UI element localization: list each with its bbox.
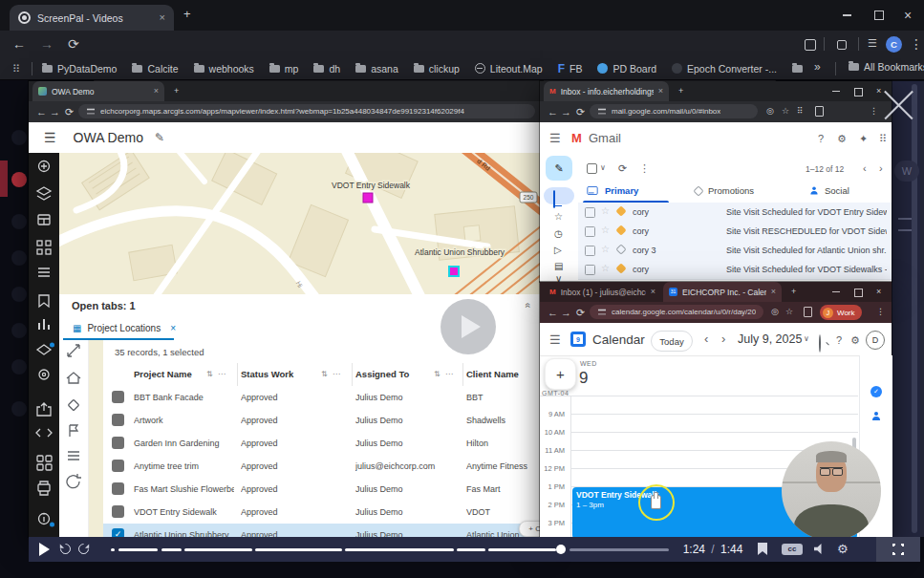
- bookmark-tm[interactable]: tm: [792, 63, 806, 75]
- sort-icon[interactable]: ⇅: [321, 370, 328, 378]
- new-tab-button[interactable]: +: [183, 8, 191, 20]
- date-label[interactable]: July 9, 2025: [738, 332, 802, 346]
- window-maximize-button[interactable]: [854, 289, 863, 297]
- tab-close-icon[interactable]: ×: [651, 288, 655, 296]
- window-minimize-button[interactable]: [843, 14, 851, 16]
- email-star-icon[interactable]: ☆: [601, 244, 610, 254]
- menu-icon[interactable]: ☰: [549, 132, 561, 144]
- bookmark-liteout-map[interactable]: Liteout.Map: [475, 63, 543, 75]
- progress-remaining[interactable]: [569, 548, 669, 551]
- email-checkbox[interactable]: [585, 246, 595, 256]
- tasks-icon[interactable]: ✓: [870, 386, 882, 397]
- email-row[interactable]: ☆ cory 3 Site Visit Scheduled for Atlant…: [578, 241, 892, 261]
- progress-segment[interactable]: [488, 548, 556, 551]
- menu-icon[interactable]: ☰: [549, 333, 561, 346]
- starred-icon[interactable]: ☆: [554, 212, 563, 222]
- reload-icon[interactable]: ⟳: [68, 37, 79, 51]
- progress-segment[interactable]: [184, 548, 252, 551]
- profile-chip-work[interactable]: J Work: [820, 305, 862, 320]
- profile-avatar[interactable]: C: [886, 36, 902, 53]
- select-all-checkbox[interactable]: [587, 163, 597, 174]
- bookmark-pydatademo[interactable]: PyDataDemo: [42, 63, 117, 75]
- today-button[interactable]: Today: [651, 331, 693, 352]
- captions-button[interactable]: cc: [782, 544, 803, 555]
- new-tab-button[interactable]: +: [174, 87, 179, 96]
- back-icon[interactable]: ←: [36, 107, 47, 118]
- email-row[interactable]: ☆ cory Site Visit Scheduled for VDOT Ent…: [578, 203, 892, 223]
- gmail-address-bar[interactable]: mail.google.com/mail/u/0/#inbox: [590, 104, 758, 118]
- drafts-icon[interactable]: ▤: [554, 262, 563, 271]
- window-maximize-button[interactable]: [854, 88, 863, 96]
- table-row[interactable]: Anytime tree trim Approved julius@eichco…: [103, 455, 543, 479]
- apps-grid-icon[interactable]: ⠿: [12, 63, 21, 75]
- edit-title-icon[interactable]: ✎: [155, 131, 164, 144]
- forward-button[interactable]: [76, 542, 92, 557]
- gmail-tab[interactable]: M Inbox - info.eicherholdings@g ×: [544, 81, 669, 101]
- newer-icon[interactable]: ‹: [863, 162, 867, 174]
- player-settings-icon[interactable]: ⚙: [837, 542, 849, 556]
- media-controls-icon[interactable]: ☰: [868, 38, 877, 49]
- col-assigned-to[interactable]: Assigned To: [355, 369, 409, 379]
- row-checkbox[interactable]: [112, 505, 124, 518]
- table-tab-close-icon[interactable]: ×: [170, 323, 176, 333]
- sort-icon[interactable]: ⇅: [206, 370, 213, 378]
- forward-icon[interactable]: →: [561, 107, 571, 118]
- row-checkbox[interactable]: [112, 391, 124, 403]
- col-client-name[interactable]: Client Name: [466, 369, 519, 379]
- all-bookmarks-button[interactable]: All Bookmarks: [849, 61, 924, 73]
- new-tab-button[interactable]: +: [791, 288, 796, 296]
- window-close-button[interactable]: ×: [904, 9, 912, 22]
- email-star-icon[interactable]: ☆: [601, 225, 610, 235]
- map-marker-vdot[interactable]: [363, 193, 373, 203]
- row-checkbox[interactable]: [112, 414, 124, 426]
- star-icon[interactable]: ☆: [785, 308, 793, 316]
- owa-toolbar-icons[interactable]: [29, 153, 59, 537]
- sent-icon[interactable]: ▷: [554, 246, 562, 255]
- refresh-icon[interactable]: ⟳: [618, 162, 627, 175]
- email-star-icon[interactable]: ☆: [601, 205, 610, 216]
- browser-menu-icon[interactable]: ⋮: [876, 308, 885, 316]
- row-checkbox[interactable]: [112, 482, 124, 495]
- email-checkbox[interactable]: [585, 265, 595, 275]
- window-minimize-button[interactable]: [832, 291, 840, 292]
- select-dropdown-icon[interactable]: ∨: [600, 163, 606, 172]
- column-menu-icon[interactable]: ⋯: [445, 370, 453, 378]
- playhead[interactable]: [556, 545, 566, 554]
- forward-icon[interactable]: →: [561, 308, 571, 318]
- next-day-icon[interactable]: ›: [721, 332, 725, 346]
- progress-segment[interactable]: [111, 548, 115, 551]
- inbox-selected-pill[interactable]: [544, 187, 574, 204]
- extensions-icon[interactable]: ⠿: [797, 107, 804, 116]
- tab-close-icon[interactable]: ×: [154, 87, 159, 96]
- back-icon[interactable]: ←: [12, 37, 26, 51]
- gemini-sparkle-icon[interactable]: ✦: [859, 133, 868, 145]
- table-tools-icons[interactable]: [59, 340, 88, 537]
- tab-promotions[interactable]: Promotions: [695, 185, 754, 196]
- bookmarks-overflow-icon[interactable]: »: [814, 61, 821, 73]
- calendar-address-bar[interactable]: calendar.google.com/calendar/u/0/r/day/2…: [590, 305, 763, 319]
- create-event-button[interactable]: +: [545, 358, 576, 390]
- email-checkbox[interactable]: [585, 226, 595, 237]
- browser-menu-icon[interactable]: ⋮: [910, 37, 923, 51]
- column-menu-icon[interactable]: ⋯: [218, 370, 226, 378]
- older-icon[interactable]: ›: [879, 162, 883, 174]
- volume-button[interactable]: [814, 544, 824, 554]
- bookmark-calcite[interactable]: Calcite: [132, 63, 178, 75]
- forward-icon[interactable]: →: [40, 37, 54, 51]
- prev-day-icon[interactable]: ‹: [704, 332, 708, 346]
- tab-screenpal[interactable]: ScreenPal - Videos ×: [10, 5, 174, 31]
- column-menu-icon[interactable]: ⋯: [333, 370, 340, 378]
- eye-icon[interactable]: ◎: [766, 107, 774, 116]
- new-tab-button[interactable]: +: [678, 87, 683, 96]
- compose-button[interactable]: ✎: [546, 156, 572, 181]
- help-icon[interactable]: ?: [836, 334, 842, 346]
- sort-icon[interactable]: ⇅: [434, 370, 441, 378]
- collapse-panel-icon[interactable]: «: [524, 303, 534, 309]
- extensions-icon[interactable]: [805, 39, 816, 51]
- progress-segment[interactable]: [161, 548, 182, 551]
- window-maximize-button[interactable]: [874, 11, 884, 20]
- back-icon[interactable]: ←: [548, 107, 558, 118]
- table-tab-label[interactable]: Project Locations: [87, 323, 161, 333]
- bookmark-button[interactable]: [758, 543, 767, 555]
- eye-icon[interactable]: ◎: [771, 308, 779, 316]
